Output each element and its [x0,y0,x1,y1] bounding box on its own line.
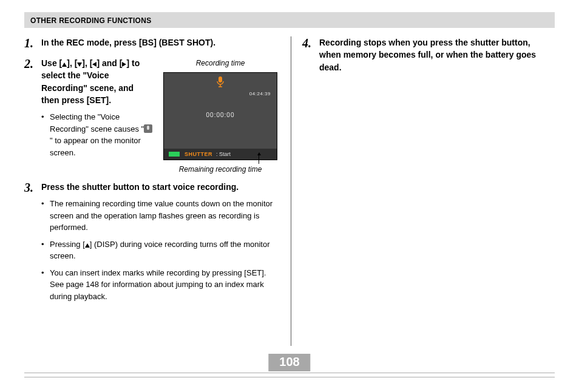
mic-icon [216,76,225,87]
remaining-time: 04:24:39 [249,91,271,96]
step-text: Use [], [], [] and [] to select the "Voi… [41,57,154,106]
step-text: Recording stops when you press the shutt… [319,36,552,73]
step-2: 2. Use [], [], [] and [] to select the "… [24,57,280,174]
battery-icon [169,152,180,157]
up-icon [85,243,90,248]
step-number: 4. [302,36,319,73]
lcd-screenshot: 04:24:39 00:00:00 SHUTTER : Start [163,72,277,160]
page-number: 108 [268,354,310,371]
elapsed-time: 00:00:00 [206,112,235,118]
bullet-item: •You can insert index marks while record… [41,267,280,303]
shutter-label: SHUTTER [185,151,212,157]
step-text: Press the shutter button to start voice … [41,181,280,193]
figure-label-bottom: Remaining recording time [161,165,280,174]
step-number: 3. [24,181,41,307]
bullet-item: •Pressing [] (DISP) during voice recordi… [41,238,280,262]
page-footer: 108 [24,373,555,377]
mic-inline-icon [144,124,152,133]
section-header: OTHER RECORDING FUNCTIONS [24,12,555,28]
step-4: 4. Recording stops when you press the sh… [302,36,552,73]
step-number: 2. [24,57,41,174]
callout-leader-bottom [259,155,259,164]
svg-rect-0 [218,76,222,83]
figure-label-top: Recording time [161,59,280,67]
step-text: In the REC mode, press [BS] (BEST SHOT). [41,36,280,49]
start-label: : Start [216,151,231,157]
step-1: 1. In the REC mode, press [BS] (BEST SHO… [24,36,280,50]
bullet-item: • Selecting the "Voice Recording" scene … [41,111,154,158]
bullet-item: •The remaining recording time value coun… [41,198,280,234]
section-header-text: OTHER RECORDING FUNCTIONS [30,16,152,25]
step-number: 1. [24,36,41,50]
step-3: 3. Press the shutter button to start voi… [24,181,280,307]
